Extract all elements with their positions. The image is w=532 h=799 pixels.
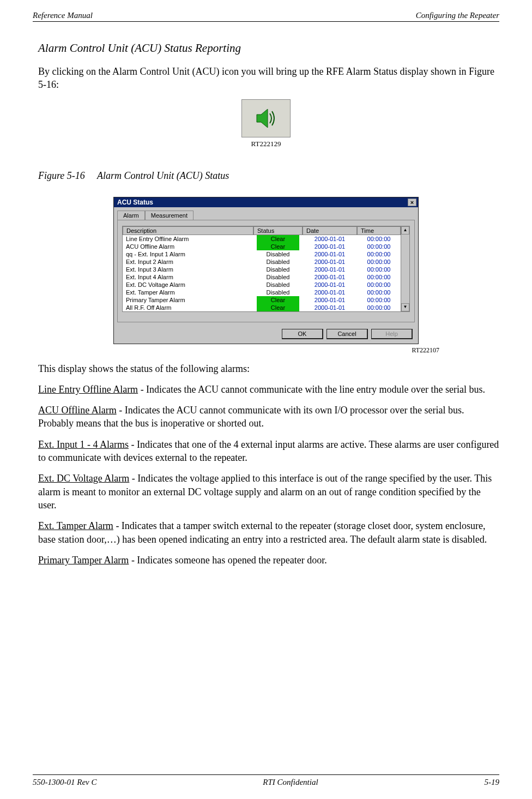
page-header: Reference Manual Configuring the Repeate…: [33, 11, 499, 20]
cell-status: Clear: [253, 304, 303, 311]
scroll-up-icon[interactable]: ▲: [401, 226, 409, 235]
alarm-name: ACU Offline Alarm: [38, 405, 117, 416]
cell-time: 00:00:00: [357, 243, 401, 250]
col-date[interactable]: Date: [303, 226, 357, 235]
table-row[interactable]: Ext. Tamper AlarmDisabled2000-01-0100:00…: [123, 289, 401, 296]
section-title: Alarm Control Unit (ACU) Status Reportin…: [38, 41, 499, 55]
speaker-icon: [253, 106, 279, 131]
help-button[interactable]: Help: [371, 329, 413, 339]
col-description[interactable]: Description: [123, 226, 253, 235]
cell-description: All R.F. Off Alarm: [123, 304, 253, 311]
cell-status: Disabled: [253, 266, 303, 273]
table-row[interactable]: All R.F. Off AlarmClear2000-01-0100:00:0…: [123, 304, 401, 311]
acu-icon[interactable]: [241, 99, 291, 137]
cell-status: Disabled: [253, 258, 303, 266]
footer-left: 550-1300-01 Rev C: [33, 778, 96, 787]
cell-description: Ext. Tamper Alarm: [123, 289, 253, 296]
alarm-name: Ext. DC Voltage Alarm: [38, 473, 129, 484]
header-left: Reference Manual: [33, 11, 93, 20]
cell-date: 2000-01-01: [303, 296, 357, 304]
cell-date: 2000-01-01: [303, 273, 357, 281]
page-footer: 550-1300-01 Rev C RTI Confidential 5-19: [33, 778, 499, 787]
cell-time: 00:00:00: [357, 289, 401, 296]
alarm-name: Primary Tamper Alarm: [38, 555, 129, 566]
header-right: Configuring the Repeater: [416, 11, 499, 20]
cell-time: 00:00:00: [357, 250, 401, 258]
table-row[interactable]: Ext. DC Voltage AlarmDisabled2000-01-010…: [123, 281, 401, 289]
alarm-name: Ext. Tamper Alarm: [38, 520, 113, 531]
intro-paragraph: By clicking on the Alarm Control Unit (A…: [38, 65, 499, 92]
dialog-titlebar[interactable]: ACU Status ×: [114, 197, 418, 207]
tab-panel: Description Status Date Time Line Entry …: [117, 220, 415, 322]
alarm-definition: Ext. Input 1 - 4 Alarms - Indicates that…: [38, 438, 499, 465]
figure-label: Figure 5-16 Alarm Control Unit (ACU) Sta…: [38, 170, 499, 182]
cell-description: qq - Ext. Input 1 Alarm: [123, 250, 253, 258]
cell-description: Primary Tamper Alarm: [123, 296, 253, 304]
cell-date: 2000-01-01: [303, 266, 357, 273]
cell-time: 00:00:00: [357, 281, 401, 289]
cell-status: Disabled: [253, 281, 303, 289]
alarm-description: - Indicates someone has opened the repea…: [129, 555, 327, 566]
close-icon[interactable]: ×: [408, 199, 416, 206]
footer-center: RTI Confidential: [263, 778, 318, 787]
table-row[interactable]: Primary Tamper AlarmClear2000-01-0100:00…: [123, 296, 401, 304]
cell-date: 2000-01-01: [303, 235, 357, 243]
cancel-button[interactable]: Cancel: [327, 329, 368, 339]
table-header: Description Status Date Time: [123, 226, 401, 235]
alarm-definition: ACU Offline Alarm - Indicates the ACU ca…: [38, 404, 499, 430]
cell-date: 2000-01-01: [303, 250, 357, 258]
cell-time: 00:00:00: [357, 296, 401, 304]
footer-right: 5-19: [484, 778, 499, 787]
cell-description: Ext. DC Voltage Alarm: [123, 281, 253, 289]
cell-date: 2000-01-01: [303, 304, 357, 311]
cell-status: Clear: [253, 235, 303, 243]
cell-status: Disabled: [253, 289, 303, 296]
table-row[interactable]: Ext. Input 4 AlarmDisabled2000-01-0100:0…: [123, 273, 401, 281]
after-dialog-paragraph: This display shows the status of the fol…: [38, 362, 499, 375]
cell-description: ACU Offline Alarm: [123, 243, 253, 250]
cell-time: 00:00:00: [357, 266, 401, 273]
cell-date: 2000-01-01: [303, 289, 357, 296]
cell-description: Ext. Input 2 Alarm: [123, 258, 253, 266]
vertical-scrollbar[interactable]: ▲ ▼: [401, 226, 409, 311]
cell-date: 2000-01-01: [303, 281, 357, 289]
col-time[interactable]: Time: [357, 226, 401, 235]
table-row[interactable]: Ext. Input 2 AlarmDisabled2000-01-0100:0…: [123, 258, 401, 266]
cell-status: Disabled: [253, 273, 303, 281]
cell-time: 00:00:00: [357, 235, 401, 243]
dialog-image-id: RT222107: [33, 346, 439, 355]
acu-status-dialog: ACU Status × Alarm Measurement Descripti…: [113, 197, 419, 344]
cell-description: Line Entry Offline Alarm: [123, 235, 253, 243]
alarm-name: Ext. Input 1 - 4 Alarms: [38, 439, 129, 450]
table-row[interactable]: Line Entry Offline AlarmClear2000-01-010…: [123, 235, 401, 243]
cell-time: 00:00:00: [357, 258, 401, 266]
scroll-down-icon[interactable]: ▼: [401, 303, 409, 311]
cell-date: 2000-01-01: [303, 258, 357, 266]
ok-button[interactable]: OK: [282, 329, 323, 339]
dialog-button-row: OK Cancel Help: [114, 326, 418, 344]
col-status[interactable]: Status: [253, 226, 303, 235]
icon-id: RT222129: [33, 140, 499, 148]
tab-alarm[interactable]: Alarm: [117, 211, 145, 220]
alarm-definition: Line Entry Offline Alarm - Indicates the…: [38, 383, 499, 396]
tab-row: Alarm Measurement: [114, 207, 418, 220]
alarm-definition: Ext. DC Voltage Alarm - Indicates the vo…: [38, 472, 499, 512]
table-row[interactable]: ACU Offline AlarmClear2000-01-0100:00:00: [123, 243, 401, 250]
figure-number: Figure 5-16: [38, 170, 85, 181]
cell-description: Ext. Input 3 Alarm: [123, 266, 253, 273]
alarm-definition: Ext. Tamper Alarm - Indicates that a tam…: [38, 519, 499, 546]
cell-date: 2000-01-01: [303, 243, 357, 250]
cell-time: 00:00:00: [357, 304, 401, 311]
alarm-name: Line Entry Offline Alarm: [38, 384, 138, 395]
tab-measurement[interactable]: Measurement: [145, 211, 194, 220]
svg-marker-0: [257, 109, 268, 128]
table-row[interactable]: Ext. Input 3 AlarmDisabled2000-01-0100:0…: [123, 266, 401, 273]
table-row[interactable]: qq - Ext. Input 1 AlarmDisabled2000-01-0…: [123, 250, 401, 258]
cell-status: Clear: [253, 243, 303, 250]
alarm-description: - Indicates the ACU cannot communicate w…: [138, 384, 485, 395]
cell-status: Clear: [253, 296, 303, 304]
dialog-title: ACU Status: [117, 199, 153, 206]
alarm-definition: Primary Tamper Alarm - Indicates someone…: [38, 554, 499, 567]
cell-status: Disabled: [253, 250, 303, 258]
cell-time: 00:00:00: [357, 273, 401, 281]
